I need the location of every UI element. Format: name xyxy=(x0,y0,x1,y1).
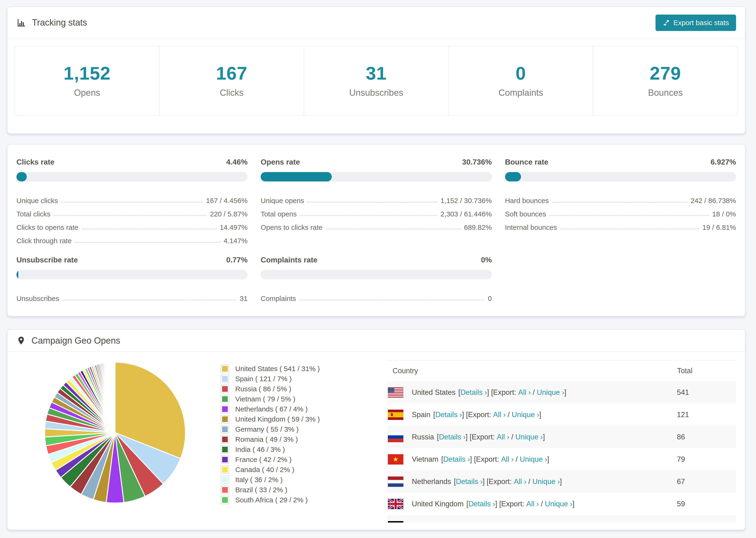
details-link[interactable]: Details › xyxy=(460,388,487,397)
separator: / xyxy=(531,388,537,397)
legend-item: United Kingdom ( 59 / 3% ) xyxy=(221,414,387,424)
export-unique-link[interactable]: Unique › xyxy=(519,455,547,463)
export-all-link[interactable]: All › xyxy=(504,522,517,523)
separator: / xyxy=(506,410,512,419)
export-button-label: Export basic stats xyxy=(674,19,729,27)
legend-swatch xyxy=(221,415,229,423)
stat-value: 167 xyxy=(160,63,304,84)
legend-label: South Africa ( 29 / 2% ) xyxy=(235,496,307,504)
export-unique-link[interactable]: Unique › xyxy=(523,522,551,523)
separator: / xyxy=(509,433,515,441)
stat-label: Unsubscribes xyxy=(304,88,449,98)
detail-row: Opens to clicks rate689.82% xyxy=(261,218,492,232)
country-flag-icon xyxy=(388,454,404,464)
tracking-stats-header: Tracking stats Export basic stats xyxy=(8,7,745,39)
bracket: ] xyxy=(565,388,567,397)
clicks-rate-progressbar xyxy=(17,172,247,182)
map-pin-icon xyxy=(17,336,26,345)
legend-swatch xyxy=(221,486,229,494)
legend-swatch xyxy=(221,425,229,434)
export-label: ] [Export: xyxy=(487,388,518,397)
rate-title: Opens rate xyxy=(261,158,300,166)
export-all-link[interactable]: All › xyxy=(514,477,526,486)
legend-swatch xyxy=(221,476,229,484)
dotted-leader xyxy=(307,202,437,202)
table-row: Vietnam[Details ›] [Export: All › / Uniq… xyxy=(387,448,736,470)
details-link[interactable]: Details › xyxy=(439,433,465,441)
export-label: ] [Export: xyxy=(465,433,497,441)
export-all-link[interactable]: All › xyxy=(501,455,513,463)
bounce-rate-progressbar xyxy=(505,172,736,182)
details-link[interactable]: Details › xyxy=(443,455,470,463)
export-unique-link[interactable]: Unique › xyxy=(545,500,572,508)
detail-value: 0 xyxy=(488,295,492,302)
detail-row: Click through rate4.147% xyxy=(17,232,247,245)
opens-rate-progressbar xyxy=(261,172,492,182)
stat-box: 31 Unsubscribes xyxy=(304,46,449,115)
export-all-link[interactable]: All › xyxy=(497,433,509,441)
legend-item: India ( 46 / 3% ) xyxy=(221,444,387,455)
dotted-leader xyxy=(299,300,485,300)
details-link[interactable]: Details › xyxy=(435,410,462,419)
legend-item: France ( 42 / 2% ) xyxy=(221,455,387,464)
stat-value: 31 xyxy=(304,63,449,84)
detail-value: 4.147% xyxy=(224,237,248,245)
detail-label: Hard bounces xyxy=(505,197,549,205)
legend-swatch xyxy=(221,375,229,383)
bracket: ] xyxy=(547,455,549,463)
bracket: ] xyxy=(572,500,574,508)
export-all-link[interactable]: All › xyxy=(493,410,506,419)
legend-item: Netherlands ( 67 / 4% ) xyxy=(221,404,387,414)
export-unique-link[interactable]: Unique › xyxy=(537,388,564,397)
legend-item: Russia ( 86 / 5% ) xyxy=(221,384,387,394)
details-link[interactable]: Details › xyxy=(456,477,483,486)
country-flag-icon xyxy=(388,409,404,420)
details-link[interactable]: Details › xyxy=(468,500,495,508)
country-name: Germany xyxy=(412,522,442,523)
legend-swatch xyxy=(221,385,229,393)
legend-label: Canada ( 40 / 2% ) xyxy=(235,466,295,474)
rate-title: Clicks rate xyxy=(17,158,54,166)
table-row: Russia[Details ›] [Export: All › / Uniqu… xyxy=(387,426,736,448)
export-all-link[interactable]: All › xyxy=(518,388,531,397)
bracket: [ xyxy=(466,500,469,508)
export-all-link[interactable]: All › xyxy=(526,500,539,508)
campaign-geo-opens-card: Campaign Geo Opens United States ( 541 /… xyxy=(7,329,745,530)
table-row: United States[Details ›] [Export: All › … xyxy=(387,381,736,404)
export-basic-stats-button[interactable]: Export basic stats xyxy=(656,15,736,31)
rate-title: Complaints rate xyxy=(261,256,317,264)
export-unique-link[interactable]: Unique › xyxy=(515,433,543,441)
detail-label: Total opens xyxy=(261,210,297,218)
dotted-leader xyxy=(54,215,207,216)
country-flag-icon xyxy=(388,387,404,398)
legend-label: Italy ( 36 / 2% ) xyxy=(235,476,283,484)
legend-label: Russia ( 86 / 5% ) xyxy=(235,385,291,393)
rate-value: 6.927% xyxy=(711,158,736,166)
country-total: 79 xyxy=(677,448,736,470)
country-name: Spain xyxy=(412,410,430,419)
stat-box: 0 Complaints xyxy=(448,46,593,115)
stat-value: 1,152 xyxy=(15,63,159,84)
export-unique-link[interactable]: Unique › xyxy=(512,410,539,419)
stat-label: Opens xyxy=(15,88,159,98)
dotted-leader xyxy=(300,215,437,216)
export-icon xyxy=(663,19,670,26)
complaints-rate-progressbar xyxy=(261,270,492,279)
export-unique-link[interactable]: Unique › xyxy=(532,477,560,486)
bracket: [ xyxy=(437,433,439,441)
stat-box: 167 Clicks xyxy=(159,46,304,115)
rate-title: Unsubscribe rate xyxy=(17,256,78,264)
legend-swatch xyxy=(221,395,229,403)
pie-chart-svg xyxy=(40,357,190,508)
bracket: ] xyxy=(539,410,541,419)
legend-label: France ( 42 / 2% ) xyxy=(235,456,292,463)
clicks-rate-block: Clicks rate 4.46% Unique clicks167 / 4.4… xyxy=(17,152,247,245)
bracket: [ xyxy=(445,522,447,523)
country-total: 55 xyxy=(677,515,736,522)
bracket: ] xyxy=(551,522,553,523)
details-link[interactable]: Details › xyxy=(447,522,473,523)
legend-item: Brazil ( 33 / 2% ) xyxy=(221,485,387,495)
dotted-leader xyxy=(326,229,460,229)
detail-value: 19 / 6.81% xyxy=(702,224,736,232)
dotted-leader xyxy=(549,215,709,216)
